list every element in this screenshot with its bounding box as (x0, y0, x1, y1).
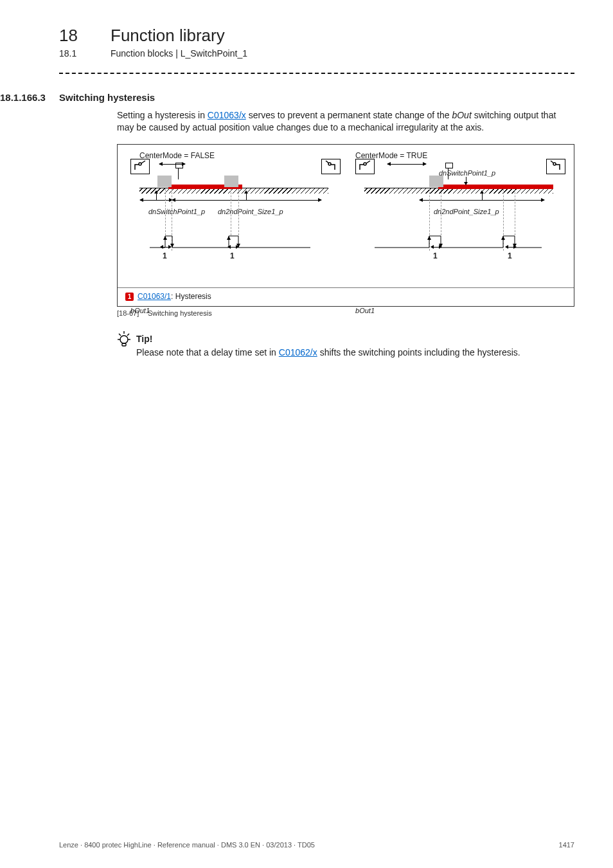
hysteresis-marker: 1 (230, 251, 235, 260)
text-run: Setting a hysteresis in (117, 110, 208, 120)
svg-marker-4 (163, 236, 167, 240)
pulse-diagram: bOut1 (375, 235, 542, 250)
limit-switch-icon (321, 159, 341, 174)
svg-point-8 (364, 163, 366, 165)
page-number: 1417 (559, 841, 574, 849)
figure: CenterMode = FALSE CenterMode = TRUE (117, 144, 574, 307)
hysteresis-marker: 1 (163, 251, 167, 260)
svg-line-21 (119, 334, 121, 336)
svg-marker-12 (427, 236, 431, 240)
limit-switch-icon (546, 159, 565, 174)
svg-point-0 (139, 163, 141, 165)
tip-body: Please note that a delay time set in C01… (136, 347, 574, 359)
svg-line-22 (127, 334, 129, 336)
label-2ndpoint: dn2ndPoint_Size1_p (218, 208, 283, 215)
svg-rect-17 (122, 343, 126, 346)
footer-left: Lenze · 8400 protec HighLine · Reference… (59, 841, 315, 849)
hysteresis-marker: 1 (433, 251, 438, 260)
figure-caption: [18-67]Switching hysteresis (117, 309, 574, 317)
svg-line-9 (366, 161, 370, 163)
section-heading: 18.1Function blocks | L_SwitchPoint_1 (59, 48, 574, 59)
link-delay-param[interactable]: C01062/x (279, 347, 317, 357)
svg-point-16 (120, 336, 128, 343)
section-title: Function blocks | L_SwitchPoint_1 (111, 48, 247, 59)
label-2ndpoint: dn2ndPoint_Size1_p (434, 208, 499, 215)
subsection-title: Switching hysteresis (59, 92, 155, 103)
svg-line-3 (326, 161, 329, 163)
link-hysteresis-param[interactable]: C01063/x (208, 110, 246, 120)
tip-title: Tip! (136, 334, 574, 344)
svg-line-11 (551, 161, 554, 163)
caption-number-badge: 1 (125, 293, 134, 301)
text-run: shifts the switching points including th… (317, 347, 520, 357)
hysteresis-marker: 1 (508, 251, 512, 260)
caption-text: : Hysteresis (171, 292, 211, 301)
section-number: 18.1 (59, 48, 111, 59)
text-italic: bOut (452, 110, 471, 120)
text-run: Please note that a delay time set in (136, 347, 279, 357)
tip-block: Tip! Please note that a delay time set i… (136, 334, 574, 359)
svg-marker-6 (227, 236, 231, 240)
limit-switch-icon (355, 159, 375, 174)
text-run: serves to prevent a permanent state chan… (246, 110, 452, 120)
subsection-heading: 18.1.166.3Switching hysteresis (59, 92, 574, 103)
label-bout: bOut1 (355, 307, 375, 314)
lightbulb-icon (116, 330, 132, 353)
link-caption-param[interactable]: C01063/1 (138, 292, 171, 301)
figure-inner-caption: 1C01063/1: Hysteresis (118, 287, 574, 301)
separator (59, 73, 574, 74)
paragraph: Setting a hysteresis in C01063/x serves … (117, 109, 574, 134)
label-switchpoint1: dnSwitchPoint1_p (148, 208, 205, 215)
chapter-title: Function library (111, 26, 225, 45)
svg-marker-14 (501, 236, 505, 240)
chapter-number: 18 (59, 26, 111, 46)
label-switchpoint1: dnSwitchPoint1_p (439, 169, 495, 177)
page-footer: Lenze · 8400 protec HighLine · Reference… (59, 841, 574, 849)
figure-caption-text: Switching hysteresis (148, 309, 212, 317)
label-bout: bOut1 (130, 307, 150, 314)
subsection-number: 18.1.166.3 (0, 92, 59, 103)
svg-line-1 (141, 161, 145, 163)
chapter-heading: 18Function library (59, 26, 574, 46)
mode-label-left: CenterMode = FALSE (139, 151, 215, 160)
limit-switch-icon (130, 159, 150, 174)
